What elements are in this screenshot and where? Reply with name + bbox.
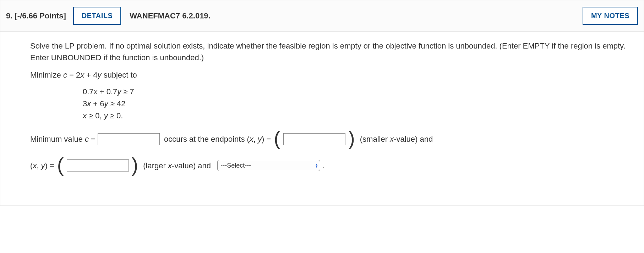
question-header: 9. [-/6.66 Points] DETAILS WANEFMAC7 6.2… — [0, 0, 644, 32]
constraint-2: 3x + 6y ≥ 42 — [83, 98, 635, 110]
xy2-label: (x, y) = — [30, 160, 54, 172]
paren-open-icon: ( — [273, 130, 281, 146]
my-notes-button[interactable]: MY NOTES — [583, 7, 638, 25]
question-points: [-/6.66 Points] — [15, 11, 66, 20]
objective-expression: c — [63, 71, 67, 79]
paren-open-icon: ( — [56, 157, 65, 173]
question-number: 9. — [6, 11, 12, 20]
eq-sign: = — [91, 133, 95, 145]
objective-suffix: subject to — [102, 71, 137, 79]
question-number-points: 9. [-/6.66 Points] — [6, 11, 66, 21]
question-container: 9. [-/6.66 Points] DETAILS WANEFMAC7 6.2… — [0, 0, 644, 206]
larger-x-label: (larger x-value) and — [141, 160, 215, 172]
paren-close-icon: ) — [131, 157, 139, 173]
min-label: Minimum value — [30, 133, 83, 145]
period: . — [322, 160, 324, 172]
constraints-block: 0.7x + 0.7y ≥ 7 3x + 6y ≥ 42 x ≥ 0, y ≥ … — [83, 86, 635, 122]
objective-prefix: Minimize — [30, 71, 63, 79]
select-dropdown[interactable]: ---Select--- — [217, 160, 320, 171]
smaller-x-label: (smaller x-value) and — [358, 133, 433, 145]
details-button[interactable]: DETAILS — [73, 7, 121, 25]
min-value-input[interactable] — [98, 133, 160, 145]
answer-row-2: (x, y) = ( ) (larger x-value) and ---Sel… — [30, 158, 635, 174]
select-wrapper: ---Select--- ▲▼ — [217, 160, 320, 171]
constraint-1: 0.7x + 0.7y ≥ 7 — [83, 86, 635, 98]
paren-close-icon: ) — [348, 130, 356, 146]
instructions-text: Solve the LP problem. If no optimal solu… — [30, 40, 635, 63]
constraint-3: x ≥ 0, y ≥ 0. — [83, 110, 635, 122]
problem-code: WANEFMAC7 6.2.019. — [130, 11, 210, 21]
endpoint1-input[interactable] — [283, 133, 345, 145]
answers-block: Minimum value c = occurs at the endpoint… — [30, 131, 635, 174]
occurs-text: occurs at the endpoints (x, y) = — [162, 133, 271, 145]
objective-line: Minimize c = 2x + 4y subject to — [30, 69, 635, 81]
endpoint2-input[interactable] — [67, 159, 129, 172]
answer-row-1: Minimum value c = occurs at the endpoint… — [30, 131, 635, 147]
question-body: Solve the LP problem. If no optimal solu… — [0, 32, 644, 206]
min-var: c — [85, 133, 89, 145]
